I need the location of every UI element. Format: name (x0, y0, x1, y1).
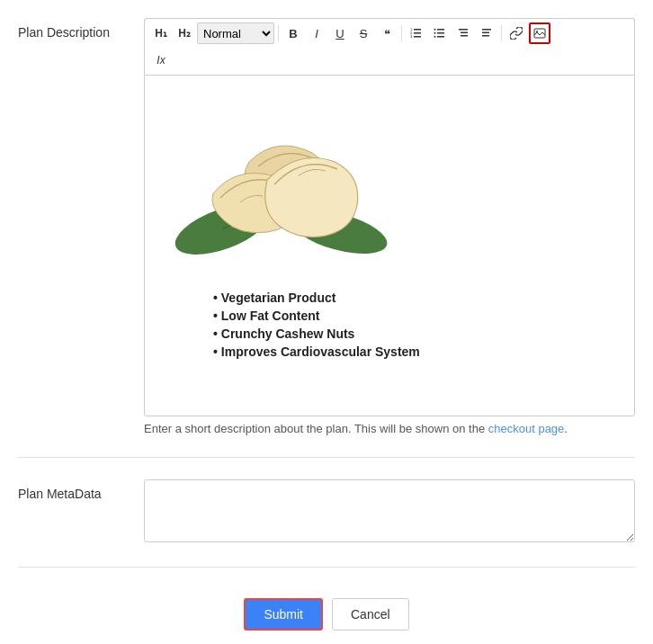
plan-description-row: Plan Description H₁ H₂ Normal Heading 1 … (18, 18, 635, 435)
plan-metadata-label: Plan MetaData (18, 479, 144, 501)
unordered-list-button[interactable] (429, 22, 451, 44)
svg-rect-8 (437, 36, 444, 38)
list-item-1: Vegetarian Product (213, 291, 620, 305)
svg-rect-0 (414, 29, 421, 31)
svg-rect-6 (437, 29, 444, 31)
editor-help-text: Enter a short description about the plan… (144, 422, 635, 435)
checkout-link[interactable]: checkout page (488, 422, 565, 435)
clear-format-button[interactable]: Ix (150, 49, 172, 71)
link-button[interactable] (505, 22, 527, 44)
indent-right-icon (480, 27, 493, 40)
italic-button[interactable]: I (306, 22, 327, 44)
h1-button[interactable]: H₁ (150, 22, 172, 44)
svg-point-11 (434, 36, 436, 38)
plan-description-label: Plan Description (18, 18, 144, 40)
cancel-button[interactable]: Cancel (332, 598, 409, 631)
editor-content[interactable]: Vegetarian Product Low Fat Content Crunc… (144, 75, 635, 416)
divider-1 (18, 457, 635, 458)
link-icon (510, 27, 523, 40)
svg-rect-14 (461, 35, 468, 37)
svg-rect-16 (482, 32, 489, 34)
font-style-select[interactable]: Normal Heading 1 Heading 2 (197, 22, 274, 44)
toolbar-separator-1 (278, 25, 279, 41)
blockquote-button[interactable]: ❝ (376, 22, 398, 44)
unordered-list-icon (434, 27, 446, 40)
svg-point-9 (434, 29, 436, 31)
cashew-illustration (159, 90, 393, 270)
svg-rect-12 (459, 29, 468, 31)
list-item-3: Crunchy Cashew Nuts (213, 326, 620, 341)
editor-wrapper: H₁ H₂ Normal Heading 1 Heading 2 B I U S… (144, 18, 635, 435)
list-item-2: Low Fat Content (213, 309, 620, 323)
svg-point-10 (434, 32, 436, 34)
image-icon (533, 27, 546, 40)
indent-left-button[interactable] (452, 22, 474, 44)
editor-toolbar: H₁ H₂ Normal Heading 1 Heading 2 B I U S… (144, 18, 635, 48)
editor-bullet-list: Vegetarian Product Low Fat Content Crunc… (213, 291, 620, 359)
svg-rect-1 (414, 32, 421, 34)
svg-text:3.: 3. (410, 34, 413, 39)
metadata-textarea[interactable] (144, 479, 635, 542)
svg-rect-2 (414, 36, 421, 38)
metadata-wrapper (144, 479, 635, 545)
editor-image (159, 90, 620, 273)
bold-button[interactable]: B (282, 22, 304, 44)
form-footer: Submit Cancel (18, 589, 635, 631)
divider-2 (18, 567, 635, 568)
indent-left-icon (457, 27, 470, 40)
h2-button[interactable]: H₂ (174, 22, 195, 44)
ordered-list-icon: 1. 2. 3. (410, 27, 423, 40)
list-item-4: Improves Cardiovascular System (213, 344, 620, 359)
toolbar-row2: Ix (144, 48, 635, 75)
indent-right-button[interactable] (476, 22, 497, 44)
image-button[interactable] (529, 22, 550, 44)
strikethrough-button[interactable]: S (353, 22, 374, 44)
underline-button[interactable]: U (329, 22, 351, 44)
svg-rect-13 (461, 32, 468, 34)
submit-button[interactable]: Submit (244, 598, 323, 631)
ordered-list-button[interactable]: 1. 2. 3. (406, 22, 427, 44)
svg-rect-17 (482, 35, 489, 37)
toolbar-separator-3 (501, 25, 502, 41)
plan-metadata-row: Plan MetaData (18, 479, 635, 545)
svg-rect-15 (482, 29, 491, 31)
toolbar-separator-2 (401, 25, 402, 41)
svg-rect-7 (437, 32, 444, 34)
